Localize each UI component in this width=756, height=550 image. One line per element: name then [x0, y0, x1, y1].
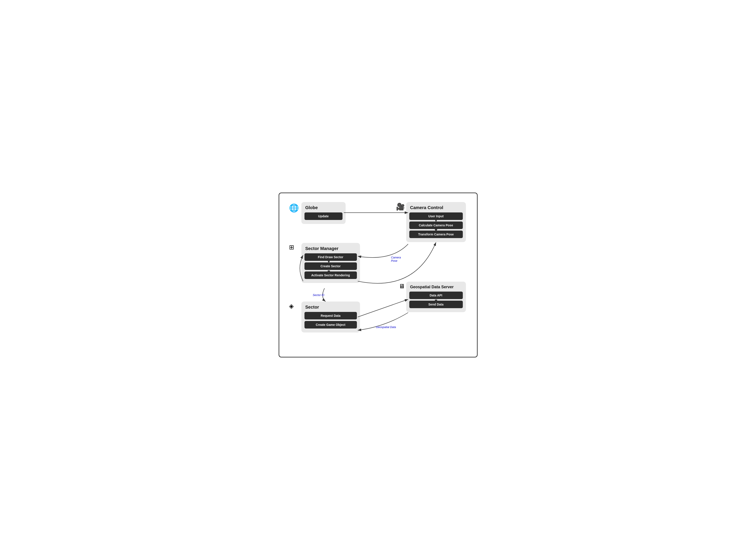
- sector-title: Sector: [305, 305, 357, 310]
- activate-to-transform-arrow: [358, 242, 436, 283]
- camera-control-box: Camera Control User Input Calculate Came…: [406, 202, 466, 242]
- globe-box: Globe Update: [301, 202, 346, 224]
- sector-box: Sector Request Data Create Game Object: [301, 302, 360, 332]
- sector-manager-title: Sector Manager: [305, 246, 357, 251]
- transform-camera-btn[interactable]: Transform Camera Pose: [409, 231, 463, 238]
- activate-sector-btn[interactable]: Activate Sector Rendering: [304, 271, 357, 279]
- create-sector-btn[interactable]: Create Sector: [304, 262, 357, 270]
- globe-icon: 🌐: [289, 203, 299, 213]
- calc-camera-btn[interactable]: Calculate Camera Pose: [409, 222, 463, 229]
- data-api-btn[interactable]: Data API: [409, 292, 463, 299]
- user-input-btn[interactable]: User Input: [409, 212, 463, 220]
- sector-manager-icon: ⊞: [289, 244, 294, 251]
- server-icon: 🖥: [399, 283, 405, 290]
- camera-pose-label: Camera: [391, 256, 401, 259]
- request-data-btn[interactable]: Request Data: [304, 312, 357, 319]
- camera-pose-arrow: [358, 244, 408, 258]
- diagram-container: Globe Update 🌐 Camera Control User Input…: [279, 193, 478, 357]
- sector-id-label: Sector ID: [313, 293, 324, 297]
- sector-id-arrow: [322, 288, 325, 302]
- globe-title: Globe: [305, 205, 343, 210]
- sector-icon: ◈: [289, 302, 294, 310]
- send-data-btn[interactable]: Send Data: [409, 301, 463, 308]
- geodata-label: Geospatial Data: [376, 325, 396, 329]
- geodata-title: Geospatial Data Server: [410, 285, 463, 289]
- camera-title: Camera Control: [410, 205, 463, 210]
- request-to-api-arrow: [358, 299, 408, 317]
- camera-icon: 🎥: [396, 202, 405, 211]
- globe-update-btn[interactable]: Update: [304, 212, 343, 220]
- create-game-obj-btn[interactable]: Create Game Object: [304, 321, 357, 328]
- send-to-create-arrow: [358, 313, 408, 330]
- diagram-inner: Globe Update 🌐 Camera Control User Input…: [286, 200, 470, 350]
- camera-pose-label2: Pose: [391, 259, 397, 262]
- sector-manager-box: Sector Manager Find Draw Sector Create S…: [301, 243, 360, 283]
- geodata-box: Geospatial Data Server Data API Send Dat…: [406, 282, 466, 312]
- find-draw-btn[interactable]: Find Draw Sector: [304, 253, 357, 261]
